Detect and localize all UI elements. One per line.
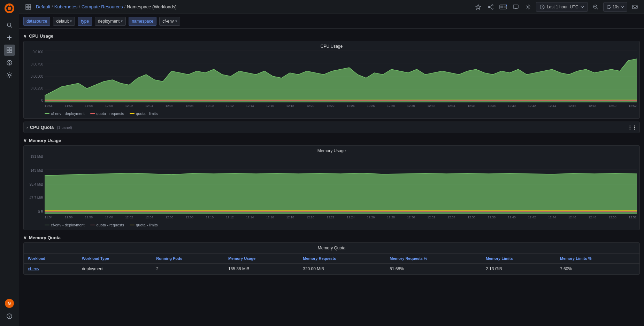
cpu-usage-title: CPU Usage	[29, 33, 53, 39]
memory-quota-limits-color	[130, 225, 135, 225]
cfenv-filter-dropdown[interactable]: cf-env ▾	[159, 17, 180, 26]
col-memory-limits[interactable]: Memory Limits	[482, 254, 556, 264]
col-workload[interactable]: Workload	[24, 254, 78, 264]
tv-mode-button[interactable]	[511, 2, 521, 12]
notifications-button[interactable]	[630, 2, 640, 12]
cpu-y-labels: 0.0100 0.00750 0.00500 0.00250 0	[26, 50, 45, 102]
breadcrumb-compute[interactable]: Compute Resources	[82, 4, 123, 9]
sidebar-settings[interactable]	[4, 70, 15, 81]
chevron-down-icon-cpu: ∨	[23, 33, 27, 39]
svg-point-37	[527, 6, 529, 8]
main-content: Default / Kubernetes / Compute Resources…	[19, 0, 644, 326]
svg-rect-31	[500, 6, 503, 8]
memory-y-label-2: 95.4 MiB	[30, 183, 43, 186]
svg-rect-10	[10, 48, 12, 50]
cpu-quota-limits-color	[130, 113, 135, 114]
memory-legend-label: cf-env - deployment	[51, 223, 85, 227]
svg-rect-20	[26, 5, 28, 7]
svg-rect-21	[29, 5, 31, 7]
default-filter-dropdown[interactable]: default ▾	[53, 17, 75, 26]
user-avatar[interactable]: G	[5, 299, 14, 308]
type-filter-key: type	[81, 19, 89, 24]
cpu-legend-series: cf-env - deployment	[45, 111, 85, 116]
svg-marker-24	[476, 5, 481, 9]
col-memory-requests[interactable]: Memory Requests	[299, 254, 385, 264]
sidebar-dashboards[interactable]	[4, 45, 15, 56]
sidebar-help[interactable]: ?	[4, 311, 15, 322]
table-row: cf-env deployment 2 165.38 MiB 320.00 Mi…	[24, 264, 639, 274]
dashboard: ∨ CPU Usage CPU Usage 0.0100 0.00750 0.0…	[19, 29, 644, 326]
cpu-quota-limits-label: quota - limits	[136, 111, 158, 116]
svg-point-27	[492, 8, 493, 9]
cpu-chart-canvas	[45, 50, 637, 102]
default-filter-label: default	[56, 19, 69, 24]
col-memory-requests-pct[interactable]: Memory Requests %	[385, 254, 482, 264]
cpu-y-label-3: 0.00250	[31, 86, 43, 90]
svg-rect-3	[9, 4, 10, 6]
memory-usage-title: Memory Usage	[29, 138, 61, 143]
add-panel-button[interactable]: +	[498, 2, 508, 12]
sidebar-add[interactable]	[4, 32, 15, 43]
row-memory-limits-pct: 7.60%	[556, 264, 639, 274]
datasource-filter-key: datasource	[26, 19, 47, 24]
breadcrumb-sep-1: /	[52, 4, 53, 9]
svg-line-42	[597, 8, 598, 9]
cpu-chart-area: 0.0100 0.00750 0.00500 0.00250 0	[26, 50, 637, 109]
type-filter-tag: type	[78, 17, 92, 26]
memory-chart-legend: cf-env - deployment quota - requests quo…	[26, 223, 637, 227]
cpu-legend-limits: quota - limits	[130, 111, 158, 116]
breadcrumb-sep-2: /	[79, 4, 80, 9]
cpu-chart-title: CPU Usage	[26, 44, 637, 49]
memory-quota-title: Memory Quota	[29, 235, 61, 240]
col-running-pods[interactable]: Running Pods	[152, 254, 224, 264]
table-header-row: Workload Workload Type Running Pods Memo…	[24, 254, 639, 264]
star-button[interactable]	[473, 2, 483, 12]
sidebar-explore[interactable]	[4, 57, 15, 68]
cpu-usage-section-header[interactable]: ∨ CPU Usage	[23, 31, 640, 41]
refresh-button[interactable]: 10s	[603, 2, 627, 12]
cpu-y-label-0: 0.0100	[32, 50, 43, 54]
filterbar: datasource default ▾ type deployment ▾ n…	[19, 14, 644, 29]
svg-text:?: ?	[8, 315, 10, 318]
chevron-down-icon-2: ▾	[121, 19, 123, 23]
cpu-quota-requests-label: quota - requests	[97, 111, 124, 116]
breadcrumb-default[interactable]: Default	[36, 4, 50, 9]
cpu-quota-section-header[interactable]: › CPU Quota (1 panel) ⋮⋮	[23, 122, 640, 133]
cpu-legend-label: cf-env - deployment	[51, 111, 85, 116]
memory-quota-requests-color	[90, 225, 95, 225]
svg-rect-34	[513, 5, 518, 8]
memory-quota-requests-label: quota - requests	[97, 223, 124, 227]
col-memory-limits-pct[interactable]: Memory Limits %	[556, 254, 639, 264]
chevron-down-icon: ▾	[70, 19, 72, 23]
settings-button[interactable]	[523, 2, 533, 12]
grafana-logo[interactable]	[4, 3, 15, 14]
row-running-pods: 2	[152, 264, 224, 274]
svg-line-40	[542, 7, 543, 8]
memory-quota-limits-label: quota - limits	[136, 223, 158, 227]
memory-quota-table: Workload Workload Type Running Pods Memo…	[24, 254, 639, 274]
svg-rect-12	[10, 51, 12, 53]
deployment-filter-dropdown[interactable]: deployment ▾	[95, 17, 126, 26]
zoom-out-button[interactable]	[591, 2, 600, 12]
col-workload-type[interactable]: Workload Type	[78, 254, 152, 264]
refresh-interval-label: 10s	[613, 5, 619, 9]
row-memory-requests-pct: 51.68%	[385, 264, 482, 274]
share-button[interactable]	[486, 2, 496, 12]
cpu-quota-panel-count: (1 panel)	[56, 125, 72, 130]
grid-icon[interactable]	[23, 2, 33, 12]
deployment-filter-value: deployment	[98, 19, 120, 24]
cpu-y-label-2: 0.00500	[31, 75, 43, 78]
breadcrumb-kubernetes[interactable]: Kubernetes	[54, 4, 78, 9]
cpu-y-label-4: 0	[41, 99, 43, 102]
col-memory-usage[interactable]: Memory Usage	[224, 254, 299, 264]
sidebar-search[interactable]	[4, 20, 15, 31]
row-workload[interactable]: cf-env	[24, 264, 78, 274]
datasource-filter-tag[interactable]: datasource	[23, 17, 50, 26]
time-range-picker[interactable]: Last 1 hour UTC	[536, 2, 588, 12]
memory-quota-section-header[interactable]: ∨ Memory Quota	[23, 233, 640, 242]
memory-y-label-1: 143 MiB	[30, 169, 43, 172]
memory-legend-requests: quota - requests	[90, 223, 124, 227]
memory-usage-section-header[interactable]: ∨ Memory Usage	[23, 136, 640, 145]
svg-point-14	[9, 62, 10, 63]
svg-rect-23	[29, 7, 31, 9]
